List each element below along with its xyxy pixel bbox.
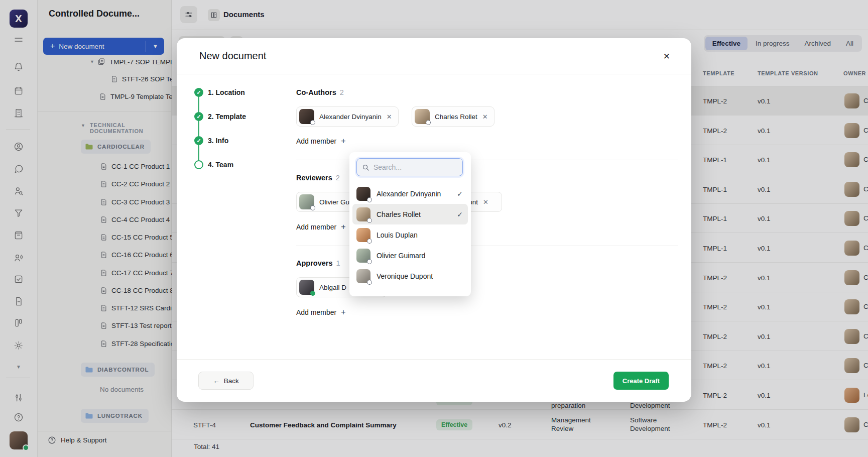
member-option-olivier[interactable]: Olivier Guimard [352, 245, 468, 266]
member-avatar [356, 187, 370, 201]
step-location[interactable]: ✓1. Location [194, 88, 245, 97]
step-info[interactable]: ✓3. Info [194, 136, 228, 145]
chip-charles-rollet[interactable]: Charles Rollet✕ [412, 106, 494, 127]
count: 2 [340, 88, 344, 96]
step-team[interactable]: 4. Team [194, 160, 233, 169]
arrow-left-icon: ← [213, 377, 220, 385]
plus-icon: + [341, 222, 345, 232]
current-step-circle [194, 160, 203, 169]
member-option-louis[interactable]: Louis Duplan [352, 224, 468, 245]
plus-icon: + [341, 137, 345, 146]
app-window: X ▼ [0, 0, 868, 457]
member-avatar [356, 207, 370, 221]
member-option-alexander[interactable]: Alexander Dvinyanin✓ [352, 183, 468, 204]
search-input[interactable] [374, 163, 454, 171]
member-list: Alexander Dvinyanin✓ Charles Rollet✓ Lou… [352, 183, 468, 286]
step-template[interactable]: ✓2. Template [194, 112, 246, 121]
remove-icon[interactable]: ✕ [387, 113, 392, 121]
chip-alexander-dvinyanin[interactable]: Alexander Dvinyanin✕ [296, 106, 399, 127]
member-avatar [356, 228, 370, 242]
member-avatar [299, 109, 314, 124]
check-icon: ✓ [194, 88, 203, 97]
check-icon: ✓ [457, 190, 463, 198]
add-reviewer-button[interactable]: Add member+ [296, 222, 346, 232]
count: 2 [336, 174, 340, 182]
modal-title: New document [199, 50, 266, 62]
plus-icon: + [341, 308, 345, 317]
add-approver-button[interactable]: Add member+ [296, 308, 346, 317]
co-authors-label: Co-Authors2 [296, 88, 344, 96]
approvers-label: Approvers1 [296, 259, 340, 267]
search-icon [362, 164, 369, 171]
close-icon[interactable]: ✕ [663, 51, 670, 62]
member-option-charles[interactable]: Charles Rollet✓ [352, 204, 468, 224]
count: 1 [336, 259, 340, 267]
check-icon: ✓ [194, 112, 203, 121]
member-avatar [415, 109, 430, 124]
member-avatar [299, 194, 314, 209]
member-avatar [356, 269, 370, 283]
check-icon: ✓ [194, 136, 203, 145]
remove-icon[interactable]: ✕ [482, 113, 488, 121]
member-avatar [299, 280, 314, 295]
member-option-veronique[interactable]: Veronique Dupont [352, 266, 468, 286]
create-draft-button[interactable]: Create Draft [613, 372, 669, 390]
remove-icon[interactable]: ✕ [483, 198, 488, 206]
add-co-author-button[interactable]: Add member+ [296, 137, 346, 146]
member-search[interactable] [356, 158, 463, 176]
reviewers-label: Reviewers2 [296, 174, 340, 182]
member-select-dropdown: Alexander Dvinyanin✓ Charles Rollet✓ Lou… [349, 152, 471, 296]
member-avatar [356, 249, 370, 263]
check-icon: ✓ [457, 210, 463, 218]
back-button[interactable]: ←Back [198, 372, 254, 390]
